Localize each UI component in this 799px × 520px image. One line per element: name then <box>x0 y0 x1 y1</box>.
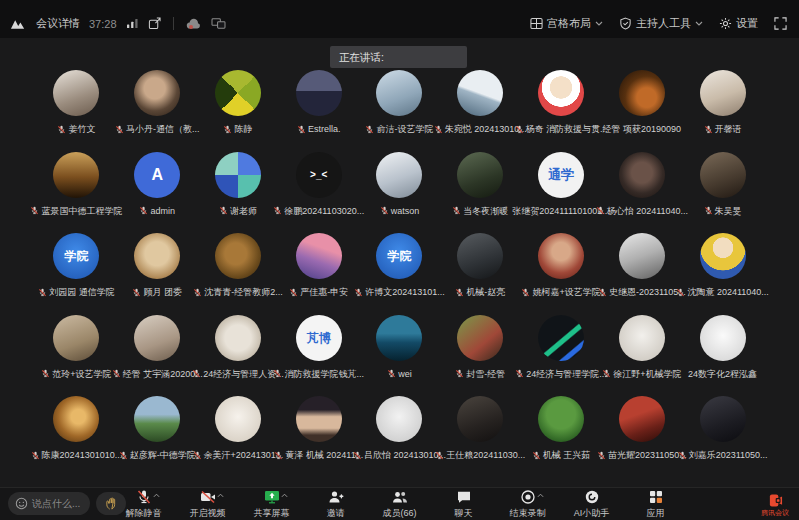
participant-tile[interactable]: 余美汗+20241301... <box>198 392 279 474</box>
top-bar: 会议详情 37:28 宫格布局 主持人工具 <box>0 0 799 38</box>
participant-tile[interactable]: watson <box>359 148 440 230</box>
chat-input[interactable]: 说点什么... <box>8 492 90 515</box>
avatar-label: >_< <box>310 170 327 180</box>
avatar: 学院 <box>53 233 99 279</box>
participant-grid: 姜竹文马小丹-通信（教...陈静Estrella.俞洁-设艺学院朱宛悦 2024… <box>36 66 763 474</box>
participant-tile[interactable]: 学院刘园园 通信学院 <box>36 229 117 311</box>
chevron-up-icon[interactable] <box>153 493 160 498</box>
chevron-up-icon[interactable] <box>537 493 544 498</box>
mic-muted-icon <box>596 206 607 215</box>
mic-muted-icon <box>31 451 42 460</box>
meeting-details-button[interactable]: 会议详情 <box>36 16 80 31</box>
participant-tile[interactable]: 严佳惠-申安 <box>278 229 359 311</box>
avatar-label: 学院 <box>64 250 88 262</box>
participant-tile[interactable]: 机械 王兴茹 <box>521 392 602 474</box>
participant-tile[interactable]: 杨奇 消防救援与贯... <box>521 66 602 148</box>
participant-tile[interactable]: 蓝景国中德工程学院 <box>36 148 117 230</box>
participant-tile[interactable]: 朱吴旻 <box>682 148 763 230</box>
participant-name-row: 严佳惠-申安 <box>278 286 359 298</box>
participant-name: admin <box>150 205 175 217</box>
participant-tile[interactable]: 朱宛悦 202413010... <box>440 66 521 148</box>
participant-name-row: 杨奇 消防救援与贯... <box>521 123 602 135</box>
ai-assistant-button[interactable]: AI小助手 <box>567 489 617 520</box>
participant-tile[interactable]: Aadmin <box>117 148 198 230</box>
participant-tile[interactable]: >_<徐鹏20241103020... <box>278 148 359 230</box>
shield-icon <box>619 17 632 30</box>
mic-muted-icon <box>704 206 715 215</box>
participant-tile[interactable]: 陈康20241301010... <box>36 392 117 474</box>
avatar: A <box>134 152 180 198</box>
participant-name: 消防救援学院钱芃... <box>284 368 364 380</box>
participant-tile[interactable]: 学院许博文202413101... <box>359 229 440 311</box>
participant-tile[interactable]: 封雪-经管 <box>440 311 521 393</box>
participant-name-row: 谢老师 <box>198 205 279 217</box>
participant-tile[interactable]: 马小丹-通信（教... <box>117 66 198 148</box>
participant-tile[interactable]: 史继恩-20231105... <box>601 229 682 311</box>
participant-tile[interactable]: 顾月 团委 <box>117 229 198 311</box>
avatar <box>538 70 584 116</box>
participant-tile[interactable]: 24数字化2程泓鑫 <box>682 311 763 393</box>
open-external-icon[interactable] <box>148 17 161 30</box>
stop-record-button[interactable]: 结束录制 <box>503 489 553 520</box>
cloud-recording-icon[interactable] <box>186 18 202 30</box>
participant-tile[interactable]: wei <box>359 311 440 393</box>
emoji-smiley-icon[interactable] <box>15 497 28 510</box>
apps-icon <box>648 489 664 505</box>
fullscreen-icon[interactable] <box>774 17 787 30</box>
members-icon <box>392 489 408 505</box>
invite-label: 邀请 <box>327 507 345 520</box>
layout-button[interactable]: 宫格布局 <box>530 16 603 31</box>
avatar <box>376 396 422 442</box>
participant-name-row: 封雪-经管 <box>440 368 521 380</box>
apps-button[interactable]: 应用 <box>631 489 681 520</box>
unmute-button[interactable]: 解除静音 <box>119 489 169 520</box>
settings-button[interactable]: 设置 <box>719 16 758 31</box>
participant-tile[interactable]: 范玲+设艺学院 <box>36 311 117 393</box>
participant-tile[interactable]: 经管 艾宇涵20200... <box>117 311 198 393</box>
chevron-up-icon[interactable] <box>281 493 288 498</box>
participant-tile[interactable]: 刘嘉乐202311050... <box>682 392 763 474</box>
participant-tile[interactable]: 吕欣怡 202413010... <box>359 392 440 474</box>
participant-tile[interactable]: 苗光耀202311050... <box>601 392 682 474</box>
members-button[interactable]: 成员(66) <box>375 489 425 520</box>
meeting-logo-icon <box>10 18 27 30</box>
participant-name: 当冬夜渐暖 <box>463 205 508 217</box>
chat-button[interactable]: 聊天 <box>439 489 489 520</box>
participant-tile[interactable]: 杨心怡 202411040... <box>601 148 682 230</box>
participant-tile[interactable]: 谢老师 <box>198 148 279 230</box>
participant-tile[interactable]: 24经济与管理人资... <box>198 311 279 393</box>
participant-name: 朱吴旻 <box>715 205 742 217</box>
participant-tile[interactable]: Estrella. <box>278 66 359 148</box>
participant-tile[interactable]: 沈陶意 202411040... <box>682 229 763 311</box>
participant-tile[interactable]: 芃博消防救援学院钱芃... <box>278 311 359 393</box>
participant-name: 黄泽 机械 202411... <box>285 449 363 461</box>
participant-tile[interactable]: 当冬夜渐暖 <box>440 148 521 230</box>
avatar <box>53 70 99 116</box>
participant-tile[interactable]: 黄泽 机械 202411... <box>278 392 359 474</box>
participant-tile[interactable]: 俞洁-设艺学院 <box>359 66 440 148</box>
participant-tile[interactable]: 机械-赵亮 <box>440 229 521 311</box>
participant-name-row: 吕欣怡 202413010... <box>359 449 440 461</box>
participant-tile[interactable]: 陈静 <box>198 66 279 148</box>
participant-tile[interactable]: 24经济与管理学院... <box>521 311 602 393</box>
host-tools-button[interactable]: 主持人工具 <box>619 16 703 31</box>
participant-tile[interactable]: 徐江野+机械学院 <box>601 311 682 393</box>
participant-tile[interactable]: 姜竹文 <box>36 66 117 148</box>
participant-tile[interactable]: 赵彦辉-中德学院 <box>117 392 198 474</box>
avatar <box>700 70 746 116</box>
host-tools-label: 主持人工具 <box>636 16 691 31</box>
dual-screen-icon[interactable] <box>211 17 226 30</box>
participant-tile[interactable]: 开馨语 <box>682 66 763 148</box>
participant-tile[interactable]: 沈青青-经管教师2... <box>198 229 279 311</box>
settings-label: 设置 <box>736 16 758 31</box>
avatar <box>53 152 99 198</box>
chevron-up-icon[interactable] <box>217 493 224 498</box>
avatar <box>134 70 180 116</box>
participant-tile[interactable]: 姚柯嘉+设艺学院 <box>521 229 602 311</box>
invite-button[interactable]: 邀请 <box>311 489 361 520</box>
share-screen-button[interactable]: 共享屏幕 <box>247 489 297 520</box>
participant-tile[interactable]: 经管 项获20190090 <box>601 66 682 148</box>
participant-tile[interactable]: 通学张继贺2024111101002... <box>521 148 602 230</box>
participant-tile[interactable]: 王仕粮202411030... <box>440 392 521 474</box>
start-video-button[interactable]: 开启视频 <box>183 489 233 520</box>
